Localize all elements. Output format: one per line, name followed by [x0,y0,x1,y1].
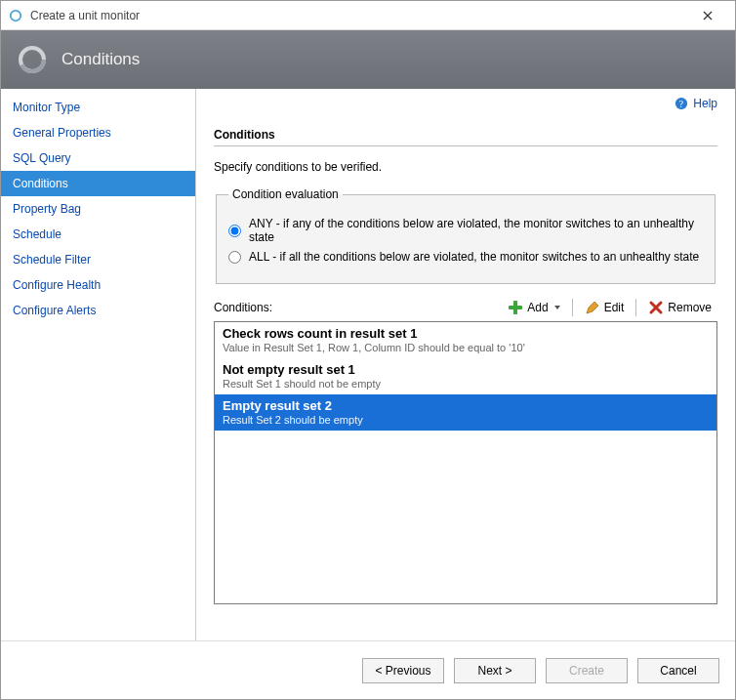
help-link[interactable]: ? Help [675,97,717,110]
section-title: Conditions [214,128,717,146]
app-icon [9,9,22,22]
condition-title: Empty result set 2 [223,398,709,413]
content-pane: ? Help Conditions Specify conditions to … [196,89,735,640]
condition-item[interactable]: Empty result set 2 Result Set 2 should b… [215,394,716,431]
condition-title: Check rows count in result set 1 [223,326,709,341]
radio-all[interactable] [228,251,241,264]
delete-icon [648,300,664,315]
toolbar-separator [635,299,636,316]
help-label: Help [693,97,717,110]
window-title: Create a unit monitor [30,9,688,22]
wizard-icon [17,44,48,75]
radio-any-label: ANY - if any of the conditions below are… [249,217,703,244]
condition-item[interactable]: Check rows count in result set 1 Value i… [215,322,716,358]
edit-label: Edit [604,301,625,314]
condition-desc: Result Set 2 should be empty [223,414,709,426]
svg-rect-7 [509,306,522,309]
condition-desc: Value in Result Set 1, Row 1, Column ID … [223,342,709,353]
sidebar-item-label: Property Bag [13,202,81,216]
header-band: Conditions [1,30,735,89]
sidebar-item-label: General Properties [13,126,111,140]
sidebar-item-label: Schedule [13,227,61,241]
sidebar-item-label: Conditions [13,177,68,190]
conditions-toolbar: Add Edit Remove [502,298,717,317]
edit-button[interactable]: Edit [579,298,631,317]
sidebar-item-configure-alerts[interactable]: Configure Alerts [1,298,195,323]
conditions-label: Conditions: [214,301,272,314]
add-button[interactable]: Add [502,298,565,317]
conditions-toolbar-row: Conditions: Add Edit Remove [214,298,717,317]
help-icon: ? [675,97,688,110]
sidebar-item-sql-query[interactable]: SQL Query [1,145,195,171]
condition-evaluation-legend: Condition evaluation [228,187,343,201]
plus-icon [508,300,523,315]
pencil-icon [585,300,600,315]
condition-desc: Result Set 1 should not be empty [223,378,709,390]
sidebar: Monitor Type General Properties SQL Quer… [1,89,196,640]
close-button[interactable] [688,2,727,29]
title-bar: Create a unit monitor [1,1,735,30]
add-label: Add [527,301,548,314]
remove-button[interactable]: Remove [642,298,717,317]
sidebar-item-schedule[interactable]: Schedule [1,222,195,247]
section-subtitle: Specify conditions to be verified. [214,160,717,174]
sidebar-item-label: Configure Alerts [13,304,96,317]
sidebar-item-property-bag[interactable]: Property Bag [1,196,195,222]
cancel-button[interactable]: Cancel [637,658,719,683]
wizard-footer: < Previous Next > Create Cancel [1,640,735,699]
remove-label: Remove [668,301,712,314]
condition-evaluation-group: Condition evaluation ANY - if any of the… [216,187,716,284]
chevron-down-icon [554,306,560,309]
sidebar-item-label: SQL Query [13,151,71,165]
create-button: Create [546,658,628,683]
main-area: Monitor Type General Properties SQL Quer… [1,89,735,640]
radio-any[interactable] [228,225,241,237]
svg-point-0 [11,10,21,21]
svg-text:?: ? [679,99,683,109]
condition-item[interactable]: Not empty result set 1 Result Set 1 shou… [215,358,716,394]
sidebar-item-monitor-type[interactable]: Monitor Type [1,95,195,120]
radio-any-row[interactable]: ANY - if any of the conditions below are… [228,217,703,244]
sidebar-item-label: Configure Health [13,278,101,292]
toolbar-separator [572,299,573,316]
previous-button[interactable]: < Previous [362,658,444,683]
next-button[interactable]: Next > [454,658,536,683]
sidebar-item-conditions[interactable]: Conditions [1,171,195,196]
sidebar-item-label: Schedule Filter [13,253,91,267]
radio-all-row[interactable]: ALL - if all the conditions below are vi… [228,250,703,264]
conditions-list[interactable]: Check rows count in result set 1 Value i… [214,321,717,604]
svg-point-3 [26,54,37,64]
sidebar-item-configure-health[interactable]: Configure Health [1,272,195,298]
header-title: Conditions [61,50,140,69]
condition-title: Not empty result set 1 [223,362,709,377]
radio-all-label: ALL - if all the conditions below are vi… [249,250,699,264]
sidebar-item-schedule-filter[interactable]: Schedule Filter [1,247,195,272]
sidebar-item-label: Monitor Type [13,101,80,114]
sidebar-item-general-properties[interactable]: General Properties [1,120,195,145]
